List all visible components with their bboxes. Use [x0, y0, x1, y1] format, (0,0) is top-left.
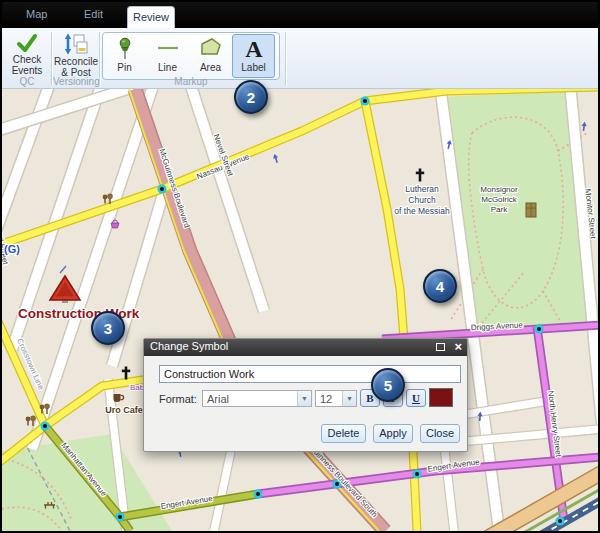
ribbon-group-versioning: Reconcile & Post Versioning — [53, 30, 99, 88]
group-separator — [285, 32, 286, 86]
check-events-button[interactable]: Check Events — [12, 30, 43, 76]
pin-tool-button[interactable]: Pin — [103, 34, 146, 78]
park-building-icon — [526, 203, 536, 217]
markup-panel: Pin Line Area A — [102, 32, 280, 80]
map-canvas[interactable]: Leonard Street Nassau Avenue Nevel Stree… — [2, 89, 598, 531]
delete-button[interactable]: Delete — [321, 424, 366, 443]
font-family-select[interactable]: Arial ▼ — [202, 390, 312, 407]
callout-badge-5: 5 — [371, 368, 405, 402]
callout-badge-3: 3 — [91, 311, 125, 345]
app-window: Map Edit Review Check Events QC — [0, 0, 600, 533]
poi-park-line3: Park — [491, 205, 508, 214]
font-size-value: 12 — [320, 393, 341, 405]
check-icon — [15, 32, 39, 54]
poi-lutheran-line1: Lutheran — [405, 184, 439, 194]
line-tool-button[interactable]: Line — [146, 34, 189, 78]
ribbon: Check Events QC Reconcile & Post Version… — [2, 28, 598, 89]
cafe-cup-icon — [114, 394, 124, 402]
chevron-down-icon[interactable]: ▼ — [297, 391, 311, 406]
oneway-arrow-icon — [272, 153, 280, 163]
tab-review[interactable]: Review — [127, 6, 175, 28]
line-tool-label: Line — [158, 62, 177, 73]
area-tool-button[interactable]: Area — [189, 34, 232, 78]
map-svg: Leonard Street Nassau Avenue Nevel Stree… — [2, 89, 598, 531]
church-cross-icon — [416, 169, 424, 182]
check-events-label-1: Check — [13, 54, 41, 65]
poi-lutheran-line2: Church — [408, 195, 436, 205]
close-button[interactable]: Close — [420, 424, 460, 443]
font-family-value: Arial — [207, 393, 296, 405]
dialog-title-bar[interactable]: Change Symbol × — [144, 339, 467, 356]
group-separator — [51, 32, 52, 86]
dialog-title: Change Symbol — [150, 340, 228, 352]
chevron-down-icon[interactable]: ▼ — [342, 391, 356, 406]
label-tool-button[interactable]: A Label — [232, 34, 275, 78]
ribbon-tab-bar: Map Edit Review — [2, 2, 598, 28]
pin-tool-label: Pin — [117, 62, 131, 73]
tab-edit[interactable]: Edit — [84, 8, 103, 20]
change-symbol-dialog: Change Symbol × Format: Arial ▼ 12 ▼ B I… — [143, 338, 468, 452]
group-separator — [99, 32, 100, 86]
underline-button[interactable]: U — [406, 389, 426, 407]
poi-uro-cafe: Uro Cafe — [105, 405, 143, 415]
callout-badge-2: 2 — [234, 80, 268, 114]
group-label-versioning: Versioning — [53, 76, 99, 87]
poi-lutheran-line3: of the Messiah — [394, 206, 450, 216]
font-size-select[interactable]: 12 ▼ — [315, 390, 357, 407]
check-events-label-2: Events — [12, 65, 43, 76]
subway-g-label: (G) — [4, 243, 20, 255]
format-label: Format: — [159, 393, 197, 405]
oneway-arrow-icon — [581, 121, 587, 131]
color-swatch[interactable] — [429, 388, 453, 407]
reconcile-icon — [63, 32, 89, 56]
construction-marker[interactable] — [50, 266, 80, 303]
svg-text:A: A — [245, 36, 263, 62]
area-icon — [199, 36, 223, 62]
reconcile-post-button[interactable]: Reconcile & Post — [54, 30, 98, 78]
poi-park-line2: McGolrick — [481, 195, 518, 204]
ribbon-group-qc: Check Events QC — [4, 30, 50, 88]
label-text-input[interactable] — [159, 365, 461, 383]
reconcile-label-1: Reconcile — [54, 56, 98, 67]
poi-park-line1: Monsignor — [480, 185, 518, 194]
tab-map[interactable]: Map — [26, 8, 47, 20]
pin-icon — [113, 36, 137, 62]
maximize-icon[interactable] — [436, 343, 445, 351]
label-tool-label: Label — [241, 62, 265, 73]
area-tool-label: Area — [200, 62, 221, 73]
line-icon — [156, 36, 180, 62]
group-label-qc: QC — [4, 76, 50, 87]
callout-badge-4: 4 — [423, 269, 457, 303]
apply-button[interactable]: Apply — [373, 424, 413, 443]
label-a-icon: A — [242, 36, 266, 62]
close-icon[interactable]: × — [454, 339, 462, 354]
